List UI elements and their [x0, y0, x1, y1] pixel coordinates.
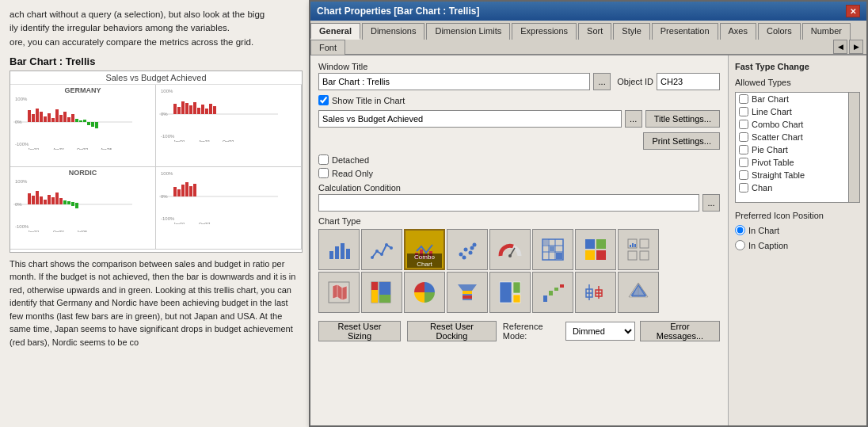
chart-type-block[interactable]	[575, 229, 616, 270]
dialog-body: Window Title ... Object ID Show Title in…	[310, 55, 866, 425]
chart-type-treemap[interactable]	[489, 272, 531, 313]
svg-text:Oct'07: Oct'07	[199, 222, 211, 224]
detached-checkbox[interactable]	[318, 154, 329, 165]
list-scrollbar[interactable]	[848, 93, 859, 202]
calc-condition-input[interactable]	[318, 194, 699, 212]
at-straight-checkbox[interactable]	[739, 170, 748, 180]
svg-rect-38	[205, 109, 208, 114]
chart-title-input[interactable]	[318, 110, 622, 128]
title-settings-button[interactable]: Title Settings...	[645, 110, 720, 128]
chart-type-mekko[interactable]	[361, 272, 402, 313]
svg-rect-70	[181, 185, 185, 196]
tab-axes[interactable]: Axes	[720, 23, 756, 40]
svg-rect-9	[48, 113, 51, 122]
svg-text:-100%: -100%	[15, 224, 29, 229]
allowed-types-label: Allowed Types	[735, 78, 860, 87]
tab-expressions[interactable]: Expressions	[512, 23, 577, 40]
detached-label: Detached	[332, 155, 369, 165]
svg-rect-13	[63, 112, 67, 122]
svg-rect-104	[556, 253, 562, 259]
tab-colors[interactable]: Colors	[758, 23, 801, 40]
tab-dimensions[interactable]: Dimensions	[362, 23, 424, 40]
svg-rect-59	[71, 202, 74, 206]
svg-rect-51	[40, 196, 43, 204]
trellis-grid: GERMANY 100% 0% -100%	[10, 85, 302, 250]
chart-type-waterfall[interactable]	[532, 272, 573, 313]
allowed-type-combo: Combo Chart	[736, 118, 859, 131]
line-chart-icon	[369, 237, 394, 262]
svg-rect-124	[379, 295, 390, 303]
at-pivot-checkbox[interactable]	[739, 158, 748, 167]
svg-rect-129	[513, 282, 520, 293]
chart-type-radar[interactable]	[618, 272, 659, 313]
window-title-dots-button[interactable]: ...	[593, 73, 611, 90]
in-chart-row: In Chart	[735, 225, 860, 235]
window-title-input[interactable]	[318, 73, 590, 90]
in-chart-radio[interactable]	[735, 225, 745, 235]
svg-rect-7	[40, 112, 43, 122]
at-scatter-checkbox[interactable]	[739, 132, 748, 142]
svg-text:Oct'01: Oct'01	[53, 230, 65, 232]
title-dots-button[interactable]: ...	[625, 110, 642, 128]
show-title-checkbox[interactable]	[318, 95, 329, 105]
allowed-type-chan: Chan	[736, 181, 859, 194]
chart-type-pie[interactable]	[404, 272, 445, 313]
at-combo-checkbox[interactable]	[739, 120, 748, 129]
tab-style[interactable]: Style	[613, 23, 649, 40]
window-title-label: Window Title	[318, 62, 611, 71]
chart-type-line[interactable]	[361, 229, 402, 270]
chart-type-map[interactable]	[318, 272, 360, 313]
reset-docking-button[interactable]: Reset User Docking	[407, 321, 497, 341]
cell-chart-germany: 100% 0% -100%	[13, 94, 152, 162]
svg-point-80	[371, 256, 374, 259]
allowed-type-line: Line Chart	[736, 105, 859, 118]
tab-general[interactable]: General	[310, 23, 360, 40]
waterfall-chart-icon	[540, 280, 565, 305]
print-settings-button[interactable]: Print Settings...	[643, 132, 720, 150]
allowed-type-bar: Bar Chart	[736, 93, 859, 105]
chart-type-trellis[interactable]	[618, 229, 659, 270]
trellis-cell-4: 100% 0% -100% Jan'01 Oct'07	[156, 167, 302, 250]
reset-sizing-button[interactable]: Reset User Sizing	[318, 321, 401, 341]
tab-font[interactable]: Font	[310, 40, 345, 55]
chart-type-combo[interactable]: Combo Chart	[404, 229, 445, 270]
error-messages-button[interactable]: Error Messages...	[640, 321, 720, 341]
tab-dimension-limits[interactable]: Dimension Limits	[426, 23, 510, 40]
svg-rect-5	[32, 114, 35, 122]
ref-mode-select[interactable]: Dimmed Normal Hidden	[565, 322, 635, 341]
svg-text:100%: 100%	[15, 179, 28, 184]
read-only-checkbox[interactable]	[318, 168, 329, 178]
cell-title-germany: GERMANY	[13, 86, 152, 94]
tab-bar: General Dimensions Dimension Limits Expr…	[310, 21, 866, 55]
calc-dots-button[interactable]: ...	[702, 194, 720, 212]
at-chan-checkbox[interactable]	[739, 183, 748, 193]
chart-type-bar[interactable]	[318, 229, 360, 270]
at-bar-checkbox[interactable]	[739, 94, 748, 104]
chart-type-funnel[interactable]	[447, 272, 488, 313]
object-id-input[interactable]	[657, 73, 720, 90]
svg-point-93	[463, 256, 466, 260]
svg-rect-8	[44, 116, 47, 122]
dialog-close-button[interactable]: ✕	[846, 5, 860, 17]
tab-number[interactable]: Number	[802, 23, 851, 40]
svg-text:Jan'01: Jan'01	[28, 230, 40, 232]
chart-type-gauge[interactable]	[489, 229, 531, 270]
chart-type-grid: Combo Chart	[318, 229, 720, 313]
read-only-row: Read Only	[318, 168, 720, 178]
bg-text-1: ach chart without a query (a selection),…	[10, 8, 299, 21]
at-pie-checkbox[interactable]	[739, 145, 748, 154]
svg-rect-49	[32, 196, 35, 204]
chart-type-scatter[interactable]	[447, 229, 488, 270]
tab-nav-right[interactable]: ▶	[849, 40, 863, 54]
bg-text-3: ore, you can accurately compare the metr…	[10, 36, 299, 49]
tab-sort[interactable]: Sort	[578, 23, 611, 40]
tab-nav-buttons: ◀ ▶	[833, 39, 866, 54]
tab-nav-left[interactable]: ◀	[833, 40, 847, 54]
in-caption-radio[interactable]	[735, 240, 745, 250]
chart-type-boxplot[interactable]	[575, 272, 616, 313]
at-line-checkbox[interactable]	[739, 107, 748, 116]
chart-type-grid[interactable]	[532, 229, 573, 270]
svg-text:Apr'05: Apr'05	[101, 147, 112, 150]
svg-text:Jul'05: Jul'05	[77, 230, 87, 232]
tab-presentation[interactable]: Presentation	[652, 23, 718, 40]
